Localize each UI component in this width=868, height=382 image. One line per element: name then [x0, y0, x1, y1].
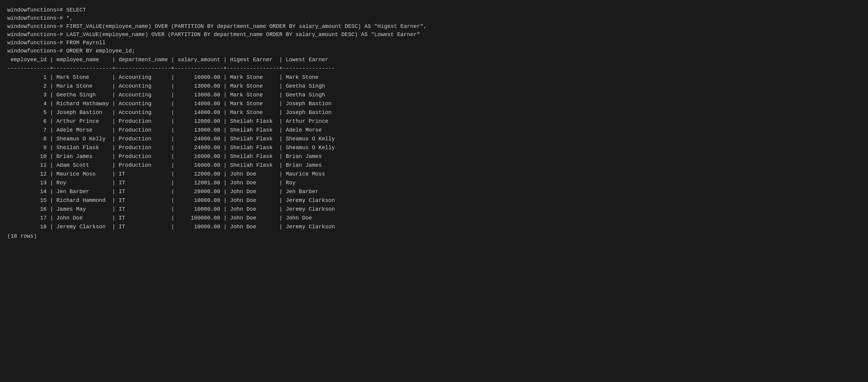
- table-row: 12 | Maurice Moss | IT | 12000.00 | John…: [7, 170, 861, 178]
- table-row: 6 | Arthur Prince | Production | 12000.0…: [7, 117, 861, 126]
- table-row: 5 | Joseph Bastion | Accounting | 14000.…: [7, 108, 861, 117]
- table-row: 8 | Sheamus O Kelly | Production | 24000…: [7, 135, 861, 143]
- sql-line: windowfunctions-# LAST_VALUE(employee_na…: [7, 31, 861, 39]
- table-row: 3 | Geetha Singh | Accounting | 13000.00…: [7, 91, 861, 99]
- sql-line: windowfunctions=# SELECT: [7, 6, 861, 14]
- table-row: 16 | James May | IT | 10000.00 | John Do…: [7, 205, 861, 214]
- table-row: 11 | Adam Scott | Production | 16000.00 …: [7, 161, 861, 169]
- table-header: employee_id | employee_name | department…: [7, 56, 861, 64]
- table-row: 13 | Roy | IT | 12001.00 | John Doe | Ro…: [7, 179, 861, 187]
- table-row: 10 | Brian James | Production | 16000.00…: [7, 153, 861, 161]
- sql-query-block: windowfunctions=# SELECTwindowfunctions-…: [7, 6, 861, 55]
- table-row: 9 | Sheilah Flask | Production | 24000.0…: [7, 144, 861, 152]
- sql-line: windowfunctions-# ORDER BY employee_id;: [7, 47, 861, 55]
- sql-line: windowfunctions-# FROM Payroll: [7, 39, 861, 47]
- table-output-block: employee_id | employee_name | department…: [7, 56, 861, 231]
- terminal: windowfunctions=# SELECTwindowfunctions-…: [7, 6, 861, 241]
- table-row: 2 | Maria Stone | Accounting | 13000.00 …: [7, 82, 861, 90]
- table-row: 4 | Richard Hathaway | Accounting | 1400…: [7, 100, 861, 108]
- table-row: 18 | Jeremy Clarkson | IT | 10000.00 | J…: [7, 223, 861, 231]
- table-row: 1 | Mark Stone | Accounting | 16000.00 |…: [7, 73, 861, 82]
- row-count-footer: (18 rows): [7, 232, 861, 241]
- table-row: 17 | John Doe | IT | 100000.00 | John Do…: [7, 214, 861, 222]
- table-row: 7 | Adele Morse | Production | 13000.00 …: [7, 126, 861, 134]
- sql-line: windowfunctions-# FIRST_VALUE(employee_n…: [7, 23, 861, 31]
- table-row: 14 | Jen Barber | IT | 28000.00 | John D…: [7, 188, 861, 196]
- sql-line: windowfunctions-# *,: [7, 14, 861, 23]
- table-row: 15 | Richard Hammond | IT | 10000.00 | J…: [7, 196, 861, 205]
- table-separator: -------------+------------------+-------…: [7, 65, 861, 73]
